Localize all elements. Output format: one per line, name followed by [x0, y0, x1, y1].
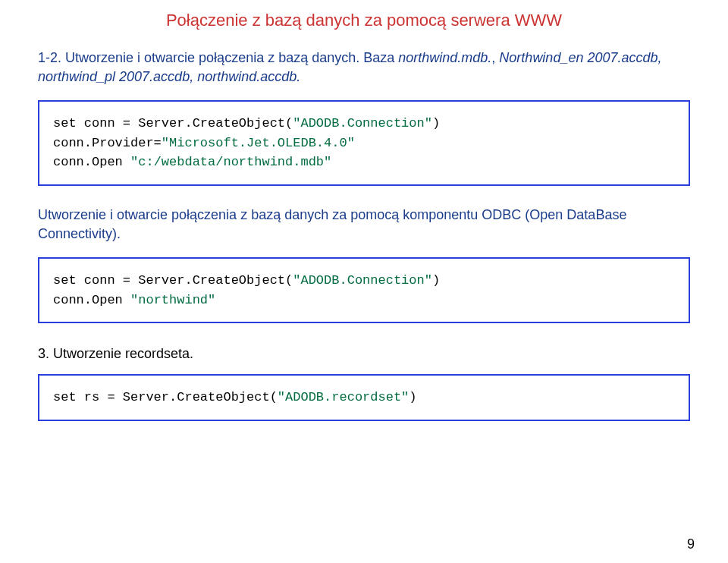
- code1-l3-b: "c:/webdata/northwind.mdb": [130, 155, 331, 169]
- paragraph-2: Utworzenie i otwarcie połączenia z bazą …: [38, 206, 690, 244]
- code-block-1: set conn = Server.CreateObject("ADODB.Co…: [38, 100, 690, 186]
- code1-l3-a: conn.Open: [53, 155, 130, 169]
- code3-l1-b: "ADODB.recordset": [278, 390, 409, 404]
- para1-text2: ,: [491, 50, 499, 65]
- code1-l1-c: ): [432, 116, 440, 131]
- code1-l1-a: set conn = Server.CreateObject(: [53, 116, 293, 131]
- page-title: Połączenie z bazą danych za pomocą serwe…: [38, 11, 690, 30]
- section-3-label: 3. Utworzenie recordseta.: [38, 346, 690, 362]
- code3-l1-a: set rs = Server.CreateObject(: [53, 390, 278, 404]
- para1-text: Utworzenie i otwarcie połączenia z bazą …: [65, 50, 398, 65]
- code2-l2-b: "northwind": [130, 293, 215, 307]
- code1-l1-b: "ADODB.Connection": [293, 116, 432, 131]
- code2-l1-a: set conn = Server.CreateObject(: [53, 273, 293, 288]
- para1-prefix: 1-2.: [38, 50, 65, 65]
- para1-baza: northwind.mdb.: [398, 50, 491, 65]
- code3-l1-c: ): [409, 390, 416, 404]
- code-block-2: set conn = Server.CreateObject("ADODB.Co…: [38, 257, 690, 323]
- code1-l2-b: "Microsoft.Jet.OLEDB.4.0": [162, 136, 355, 150]
- code-block-3: set rs = Server.CreateObject("ADODB.reco…: [38, 374, 690, 421]
- code1-l2-a: conn.Provider=: [53, 136, 162, 150]
- code2-l1-b: "ADODB.Connection": [293, 273, 432, 288]
- paragraph-1: 1-2. Utworzenie i otwarcie połączenia z …: [38, 49, 690, 86]
- page-number: 9: [687, 536, 695, 552]
- code2-l1-c: ): [432, 273, 440, 288]
- code2-l2-a: conn.Open: [53, 293, 130, 307]
